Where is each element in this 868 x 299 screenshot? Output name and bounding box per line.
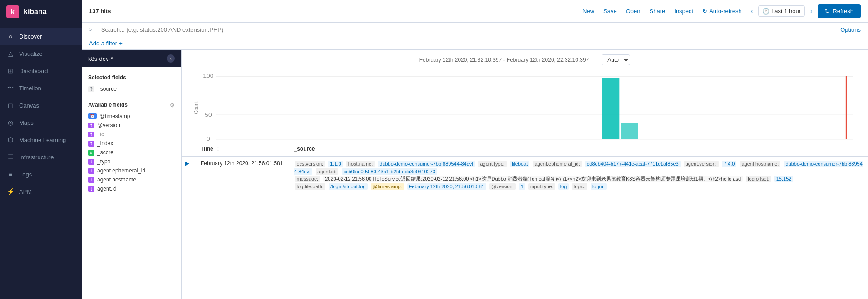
svg-rect-8: [621, 123, 638, 139]
index-pattern-bar: k8s-dev-* ‹: [82, 50, 181, 67]
tag-agent-ephemeral-val: cd8eb404-b177-441c-acaf-7711c1af85e3: [585, 161, 681, 167]
refresh-loop-icon: ↻: [702, 8, 707, 15]
clock-icon: 🕐: [762, 8, 769, 15]
tag-agent-type-val: filebeat: [510, 161, 529, 167]
tag-log-file-val: /logm/stdout.log: [329, 183, 368, 190]
kibana-logo-text: kibana: [24, 8, 47, 16]
expand-col-header: [182, 142, 195, 156]
chart-header: February 12th 2020, 21:32:10.397 - Febru…: [191, 54, 859, 65]
time-col-header[interactable]: Time ↕: [195, 142, 288, 156]
gear-icon[interactable]: ⚙: [170, 102, 175, 108]
topbar-actions: New Save Open Share Inspect ↻ Auto-refre…: [579, 4, 861, 18]
add-filter-button[interactable]: Add a filter +: [89, 40, 123, 47]
tag-log-offset-val: 15,152: [774, 176, 794, 182]
chart-date-range: February 12th 2020, 21:32:10.397 - Febru…: [419, 57, 589, 63]
field-badge-agent-id: t: [88, 186, 94, 192]
plus-icon: +: [119, 40, 123, 47]
options-button[interactable]: Options: [840, 26, 861, 33]
sidebar-item-maps[interactable]: ◎ Maps: [0, 114, 82, 131]
tag-message-key: message:: [295, 176, 320, 182]
results-table: Time ↕ _source ▶: [182, 142, 868, 299]
time-range-selector[interactable]: 🕐 Last 1 hour: [758, 5, 805, 17]
auto-refresh-label: Auto-refresh: [709, 8, 742, 15]
auto-refresh-button[interactable]: ↻ Auto-refresh: [699, 6, 745, 16]
next-time-button[interactable]: ›: [807, 6, 816, 16]
refresh-icon: ↻: [825, 8, 830, 15]
tag-log-offset-key: log.offset:: [746, 176, 771, 182]
tag-host-name-val: dubbo-demo-consumer-7bbf889544-84qvf: [378, 161, 475, 167]
expand-row-button[interactable]: ▶: [182, 157, 193, 170]
field-badge-id: t: [88, 132, 94, 137]
search-prompt: >_: [89, 26, 96, 33]
sidebar-item-label-canvas: Canvas: [19, 102, 39, 109]
data-table: Time ↕ _source ▶: [182, 142, 868, 194]
sidebar: k kibana ○ Discover △ Visualize ⊞ Dashbo…: [0, 0, 82, 299]
field-name-ephemeral: agent.ephemeral_id: [97, 167, 145, 174]
sidebar-item-label-maps: Maps: [19, 119, 34, 126]
filterbar: Add a filter +: [82, 37, 868, 50]
svg-text:100: 100: [203, 74, 213, 79]
tag-atversion-key: @version:: [489, 183, 516, 190]
sidebar-item-timelion[interactable]: 〜 Timelion: [0, 79, 82, 97]
histogram-chart: 0 50 100 Count: [191, 69, 859, 142]
field-name-index: _index: [97, 140, 113, 147]
save-button[interactable]: Save: [600, 6, 621, 16]
field-item-source: ? _source: [88, 84, 175, 93]
open-button[interactable]: Open: [622, 6, 644, 16]
interval-select[interactable]: Auto: [602, 54, 630, 65]
svg-text:50: 50: [205, 112, 212, 118]
sidebar-item-discover[interactable]: ○ Discover: [0, 28, 82, 45]
sidebar-item-dashboard[interactable]: ⊞ Dashboard: [0, 62, 82, 79]
maps-icon: ◎: [6, 118, 15, 127]
source-cell: ecs.version: 1.1.0 host.name: dubbo-demo…: [288, 156, 868, 194]
field-name-hostname: agent.hostname: [97, 176, 136, 183]
field-item-timestamp: ⏰ @timestamp: [88, 112, 175, 121]
field-name-id: _id: [97, 131, 104, 137]
sidebar-item-label-apm: APM: [19, 188, 32, 195]
refresh-button[interactable]: ↻ Refresh: [818, 4, 861, 18]
field-item-agent-id: t agent.id: [88, 184, 175, 193]
sidebar-item-label-logs: Logs: [19, 171, 32, 178]
field-item-version: t @version: [88, 121, 175, 130]
time-cell: February 12th 2020, 21:56:01.581: [195, 156, 288, 194]
collapse-panel-button[interactable]: ‹: [167, 54, 175, 63]
tag-topic-key: topic:: [572, 183, 587, 190]
time-range-label: Last 1 hour: [771, 8, 801, 15]
svg-rect-7: [602, 78, 619, 139]
tag-input-type-val: log: [558, 183, 569, 190]
searchbar: >_ Options: [82, 23, 868, 37]
prev-time-button[interactable]: ‹: [747, 6, 756, 16]
sidebar-item-logs[interactable]: ≡ Logs: [0, 166, 82, 183]
time-sort-icon: ↕: [217, 146, 219, 152]
available-fields-title: Available fields: [88, 102, 128, 108]
new-button[interactable]: New: [579, 6, 598, 16]
tag-agent-version-key: agent.version:: [684, 161, 719, 167]
inspect-button[interactable]: Inspect: [671, 6, 697, 16]
logo-area: k kibana: [0, 0, 82, 24]
sidebar-item-infrastructure[interactable]: ☰ Infrastructure: [0, 148, 82, 166]
infrastructure-icon: ☰: [6, 153, 15, 161]
svg-text:Count: Count: [192, 101, 200, 114]
machine-learning-icon: ⬡: [6, 136, 15, 144]
field-badge-source: ?: [88, 86, 94, 92]
field-item-hostname: t agent.hostname: [88, 175, 175, 184]
canvas-icon: ◻: [6, 101, 15, 109]
histogram-svg: 0 50 100 Count: [191, 69, 859, 142]
search-input[interactable]: [101, 26, 837, 33]
sidebar-item-canvas[interactable]: ◻ Canvas: [0, 97, 82, 114]
sidebar-item-visualize[interactable]: △ Visualize: [0, 45, 82, 62]
field-badge-type: t: [88, 159, 94, 165]
index-pattern-name: k8s-dev-*: [88, 55, 113, 62]
sidebar-item-label-discover: Discover: [19, 33, 42, 40]
sidebar-item-machine-learning[interactable]: ⬡ Machine Learning: [0, 131, 82, 148]
hits-count: 137 hits: [89, 8, 111, 15]
sidebar-item-label-timelion: Timelion: [19, 85, 41, 92]
tag-log-file-key: log.file.path:: [295, 183, 325, 190]
tag-topic-val: logm-: [591, 183, 607, 190]
share-button[interactable]: Share: [646, 6, 669, 16]
sidebar-item-apm[interactable]: ⚡ APM: [0, 183, 82, 200]
kibana-logo-mark: k: [6, 5, 19, 18]
sidebar-nav: ○ Discover △ Visualize ⊞ Dashboard 〜 Tim…: [0, 24, 82, 299]
topbar: 137 hits New Save Open Share Inspect ↻ A…: [82, 0, 868, 23]
field-badge-hostname: t: [88, 177, 94, 183]
